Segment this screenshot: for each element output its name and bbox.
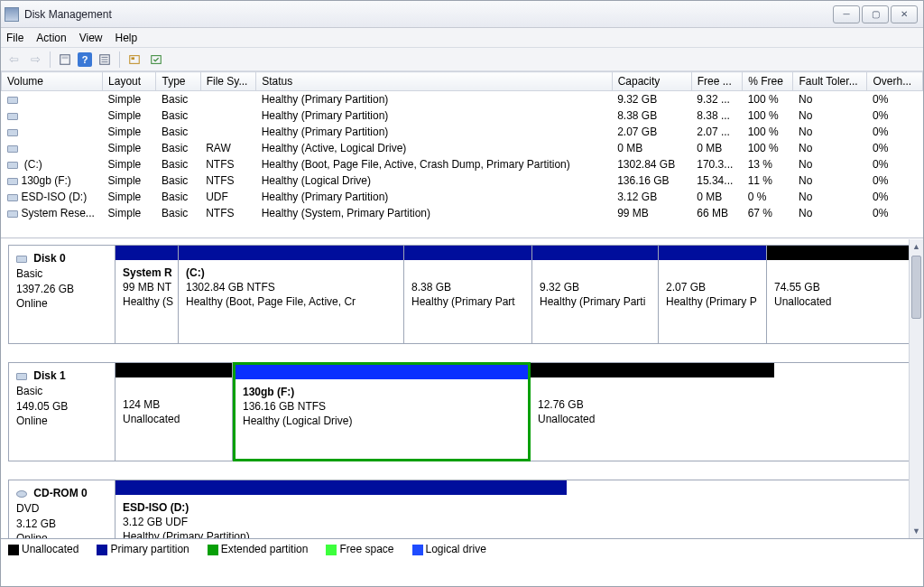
refresh-button[interactable] [56, 51, 74, 69]
disk-1-size: 149.05 GB [16, 400, 68, 413]
partition-title: 130gb (F:) [243, 386, 294, 398]
disk-0-state: Online [16, 297, 48, 310]
cell-filesys: RAW [200, 140, 255, 156]
cell-layout: Simple [103, 107, 156, 124]
volume-icon [7, 145, 18, 153]
legend-primary: Primary partition [97, 543, 189, 555]
cell-layout: Simple [103, 140, 156, 156]
cell-status: Healthy (Logical Drive) [256, 172, 613, 189]
cell-type: Basic [156, 189, 200, 205]
col-filesys[interactable]: File Sy... [200, 72, 255, 91]
toolbar-sep [50, 51, 51, 68]
rescan-button[interactable] [125, 51, 143, 69]
cdrom-0-partitions: ESD-ISO (D:)3.12 GB UDFHealthy (Primary … [116, 480, 567, 538]
close-button[interactable]: ✕ [891, 5, 918, 23]
cell-layout: Simple [103, 124, 156, 140]
volume-icon [7, 129, 18, 136]
vertical-scrollbar[interactable]: ▲ ▼ [909, 239, 923, 538]
action-button[interactable] [147, 51, 165, 69]
partition-bar-unallocated [116, 363, 232, 377]
help-icon[interactable]: ? [78, 52, 92, 67]
partition-unallocated[interactable]: 12.76 GBUnallocated [531, 363, 774, 461]
disk-1-label: Disk 1 Basic 149.05 GB Online [9, 363, 116, 461]
properties-button[interactable] [96, 51, 114, 69]
menu-view[interactable]: View [79, 32, 103, 44]
scroll-thumb[interactable] [911, 256, 921, 319]
partition[interactable]: 9.32 GBHealthy (Primary Parti [532, 246, 659, 343]
titlebar: Disk Management ─ ▢ ✕ [1, 1, 923, 28]
disk-1-type: Basic [16, 385, 42, 397]
cell-type: Basic [156, 91, 200, 108]
partition-size: 1302.84 GB NTFS [186, 281, 275, 294]
table-row[interactable]: SimpleBasicHealthy (Primary Partition)8.… [2, 107, 923, 124]
table-row[interactable]: System Rese...SimpleBasicNTFSHealthy (Sy… [2, 205, 923, 221]
table-row[interactable]: SimpleBasicHealthy (Primary Partition)9.… [2, 91, 923, 108]
scroll-down-icon[interactable]: ▼ [910, 524, 923, 538]
partition[interactable]: 8.38 GBHealthy (Primary Part [404, 246, 532, 343]
partition-status: Healthy (Boot, Page File, Active, Cr [186, 295, 356, 308]
cell-pctfree: 11 % [743, 172, 793, 189]
cell-capacity: 136.16 GB [612, 172, 691, 189]
menu-action[interactable]: Action [36, 32, 66, 44]
col-capacity[interactable]: Capacity [612, 72, 691, 91]
cell-capacity: 0 MB [612, 140, 691, 156]
partition[interactable]: ESD-ISO (D:)3.12 GB UDFHealthy (Primary … [116, 480, 567, 538]
partition-unallocated[interactable]: 74.55 GBUnallocated [767, 246, 915, 343]
table-row[interactable]: 130gb (F:)SimpleBasicNTFSHealthy (Logica… [2, 172, 923, 189]
cdrom-0-row[interactable]: CD-ROM 0 DVD 3.12 GB Online ESD-ISO (D:)… [8, 480, 916, 538]
volume-icon [7, 162, 18, 169]
partition-unallocated[interactable]: 124 MBUnallocated [116, 363, 233, 461]
cell-filesys: UDF [200, 189, 255, 205]
cell-free: 8.38 ... [691, 107, 742, 124]
partition[interactable]: 2.07 GBHealthy (Primary P [659, 246, 767, 343]
back-button[interactable]: ⇦ [5, 51, 23, 69]
cell-type: Basic [156, 156, 200, 172]
partition[interactable]: (C:)1302.84 GB NTFSHealthy (Boot, Page F… [179, 246, 404, 343]
disk-0-name: Disk 0 [33, 252, 65, 265]
table-row[interactable]: ESD-ISO (D:)SimpleBasicUDFHealthy (Prima… [2, 189, 923, 205]
maximize-button[interactable]: ▢ [862, 5, 889, 23]
col-type[interactable]: Type [156, 72, 200, 91]
cell-filesys [200, 124, 255, 140]
cell-volume: 130gb (F:) [2, 172, 103, 189]
cell-volume: System Rese... [2, 205, 103, 221]
col-layout[interactable]: Layout [103, 72, 156, 91]
table-row[interactable]: (C:)SimpleBasicNTFSHealthy (Boot, Page F… [2, 156, 923, 172]
toolbar: ⇦ ⇨ ? [1, 48, 923, 71]
minimize-button[interactable]: ─ [833, 5, 860, 23]
partition-bar-primary [116, 246, 178, 260]
legend: Unallocated Primary partition Extended p… [1, 538, 923, 559]
legend-logical: Logical drive [412, 543, 486, 555]
table-row[interactable]: SimpleBasicHealthy (Primary Partition)2.… [2, 124, 923, 140]
disk-1-partitions: 124 MBUnallocated 130gb (F:)136.16 GB NT… [116, 363, 774, 461]
partition-bar-logical [236, 365, 528, 379]
cell-layout: Simple [103, 91, 156, 108]
col-fault[interactable]: Fault Toler... [793, 72, 867, 91]
forward-button[interactable]: ⇨ [26, 51, 44, 69]
col-volume[interactable]: Volume [2, 72, 103, 91]
partition-extended-selected[interactable]: 130gb (F:)136.16 GB NTFSHealthy (Logical… [233, 362, 531, 461]
scroll-up-icon[interactable]: ▲ [910, 239, 923, 254]
cdrom-0-label: CD-ROM 0 DVD 3.12 GB Online [9, 480, 116, 538]
cell-pctfree: 100 % [743, 140, 793, 156]
cell-volume [2, 140, 103, 156]
col-overhead[interactable]: Overh... [867, 72, 923, 91]
cell-layout: Simple [103, 205, 156, 221]
menu-file[interactable]: File [6, 32, 23, 44]
svg-rect-7 [132, 57, 135, 60]
partition-status: Healthy (Primary Partition) [123, 530, 250, 538]
menu-help[interactable]: Help [116, 32, 138, 44]
partition[interactable]: System R99 MB NTHealthy (S [116, 246, 179, 343]
disk-0-label: Disk 0 Basic 1397.26 GB Online [9, 246, 116, 343]
cdrom-0-size: 3.12 GB [16, 517, 56, 530]
cell-layout: Simple [103, 172, 156, 189]
disk-0-row[interactable]: Disk 0 Basic 1397.26 GB Online System R9… [8, 245, 916, 344]
table-row[interactable]: SimpleBasicRAWHealthy (Active, Logical D… [2, 140, 923, 156]
disk-1-row[interactable]: Disk 1 Basic 149.05 GB Online 124 MBUnal… [8, 362, 916, 461]
partition-title: ESD-ISO (D:) [123, 501, 189, 514]
cell-free: 0 MB [691, 189, 742, 205]
col-free[interactable]: Free ... [691, 72, 742, 91]
col-status[interactable]: Status [256, 72, 613, 91]
cell-type: Basic [156, 205, 200, 221]
col-pctfree[interactable]: % Free [743, 72, 793, 91]
